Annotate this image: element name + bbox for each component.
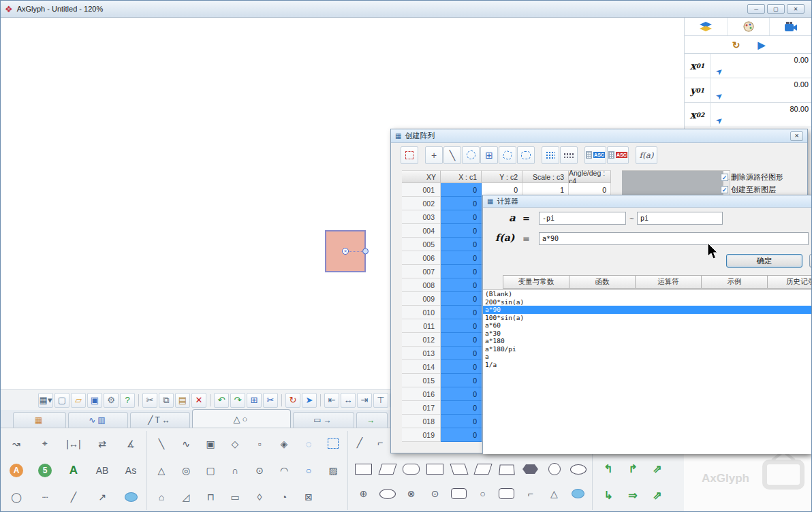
arrow-fat-right[interactable]: ⇒: [621, 482, 645, 509]
delete-source-path-checkbox[interactable]: 删除源路径图形: [721, 171, 783, 183]
small-rect-icon[interactable]: ▫: [247, 430, 272, 457]
tab-lines-text[interactable]: ╱T↔: [130, 412, 190, 428]
style-ab-icon[interactable]: AB: [88, 457, 116, 483]
settings-gear-icon[interactable]: ⚙: [104, 393, 119, 408]
pentagon-icon[interactable]: ⌂: [149, 483, 174, 510]
tab-functions[interactable]: 函数: [569, 275, 636, 289]
property-value[interactable]: 0.00: [794, 56, 809, 64]
dashed-hexagon-path-icon[interactable]: [517, 146, 535, 164]
arrow-curve-ne-2[interactable]: ⇗: [645, 482, 670, 509]
separator[interactable]: [138, 394, 139, 406]
arrow-turn-down-right[interactable]: ↳: [596, 482, 621, 509]
checkbox-box[interactable]: [721, 174, 728, 181]
close-button[interactable]: ✕: [787, 4, 805, 14]
arrow-curve-ne[interactable]: ⇗: [645, 455, 670, 482]
circle-dot-icon[interactable]: ⊙: [247, 457, 272, 483]
bracket-shape-icon[interactable]: ⊓: [198, 483, 223, 510]
tab-arrows[interactable]: →: [356, 412, 388, 428]
grid-select-icon[interactable]: ⊞: [247, 393, 262, 408]
history-list[interactable]: (Blank)200*sin(a)a*90100*sin(a)a*60a*30a…: [483, 289, 812, 454]
line-tool-icon[interactable]: ╱: [59, 483, 88, 510]
tab-variables-constants[interactable]: 变量与常数: [503, 275, 569, 289]
flow-ellipse[interactable]: [566, 457, 590, 481]
history-item[interactable]: a*60: [483, 321, 812, 330]
pin-icon[interactable]: ➤: [714, 65, 725, 77]
delete-icon[interactable]: ✕: [191, 393, 206, 408]
flow-rounded-rect-2[interactable]: [495, 481, 518, 506]
flow-circle-small[interactable]: ○: [471, 481, 495, 506]
freehand-curve-icon[interactable]: ↝: [2, 430, 31, 457]
arrow-tool-icon[interactable]: ↗: [88, 483, 116, 510]
tab-basic-shapes[interactable]: △○: [192, 409, 291, 428]
path-cut-icon[interactable]: ✂: [263, 393, 278, 408]
layers-icon[interactable]: [685, 18, 728, 35]
arc-icon[interactable]: ∩: [223, 457, 247, 483]
flow-hook[interactable]: ⌐: [518, 481, 542, 506]
flow-rect-2[interactable]: [423, 457, 447, 481]
checkbox-box[interactable]: [721, 186, 728, 193]
comment-bubble-2[interactable]: [566, 481, 590, 506]
diamond-icon[interactable]: ◇: [223, 430, 247, 457]
comment-bubble-icon[interactable]: [116, 483, 145, 510]
paste-icon[interactable]: ▤: [175, 393, 190, 408]
tab-flowchart[interactable]: ▭→: [293, 412, 354, 428]
diamond-nodes-icon[interactable]: ◈: [272, 430, 296, 457]
property-value[interactable]: 0.00: [794, 80, 809, 89]
align-center-icon[interactable]: ↔: [341, 393, 356, 408]
align-right-icon[interactable]: ⇥: [357, 393, 372, 408]
separator[interactable]: [281, 394, 282, 406]
pin-icon[interactable]: ➤: [714, 90, 725, 101]
quarter-circle-icon[interactable]: ◔: [272, 483, 296, 510]
add-point-icon[interactable]: +: [425, 146, 443, 164]
flow-parallelogram-2[interactable]: [471, 457, 495, 481]
style-a-green-icon[interactable]: A: [59, 457, 88, 483]
help-icon[interactable]: ?: [120, 393, 135, 408]
marquee-select-icon[interactable]: [401, 146, 418, 164]
pointer-icon[interactable]: ➤: [302, 393, 317, 408]
history-item[interactable]: a*180/pi: [483, 345, 812, 353]
tab-examples[interactable]: 示例: [701, 275, 768, 289]
palette-icon[interactable]: [728, 18, 770, 35]
crossed-rect-icon[interactable]: ⊠: [296, 483, 321, 510]
rotate-icon[interactable]: ↻: [285, 393, 300, 408]
create-new-layer-checkbox[interactable]: 创建至新图层: [721, 183, 783, 195]
align-left-icon[interactable]: ⇤: [324, 393, 339, 408]
maximize-button[interactable]: ▢: [767, 4, 785, 14]
cut-icon[interactable]: ✂: [142, 393, 157, 408]
right-triangle-icon[interactable]: ◿: [174, 483, 198, 510]
save-icon[interactable]: ▣: [87, 393, 102, 408]
triangle-icon[interactable]: △: [149, 457, 174, 483]
history-item[interactable]: 1/a: [483, 361, 812, 369]
separator[interactable]: [320, 394, 321, 406]
range-from-input[interactable]: -pi: [539, 212, 626, 225]
flow-hexagon[interactable]: [518, 457, 542, 481]
flow-rect[interactable]: [352, 457, 375, 481]
arc-segment-icon[interactable]: ◠: [272, 457, 296, 483]
line-path-icon[interactable]: ╲: [443, 146, 461, 164]
dashed-circle-path-icon[interactable]: [462, 146, 480, 164]
tab-charts[interactable]: ∿▥: [68, 412, 128, 428]
pin-icon[interactable]: ➤: [714, 114, 725, 126]
ascii-import-icon[interactable]: ASC: [584, 146, 606, 164]
measure-icon[interactable]: |↔|: [59, 430, 88, 457]
flow-parallelogram-left[interactable]: [447, 457, 471, 481]
rect-node-icon[interactable]: ▣: [198, 430, 223, 457]
selected-square-shape[interactable]: [325, 230, 366, 272]
flow-circle-plus[interactable]: ⊕: [352, 481, 375, 506]
history-item[interactable]: 100*sin(a): [483, 314, 812, 322]
property-value[interactable]: 80.00: [790, 105, 809, 113]
history-item[interactable]: a*90: [483, 306, 812, 314]
empty-cell[interactable]: [321, 483, 345, 510]
movie-icon[interactable]: [770, 18, 812, 35]
shape-center-marker[interactable]: [342, 248, 349, 255]
ellipse-tool-icon[interactable]: ◯: [2, 483, 31, 510]
flow-circle-dot[interactable]: ⊙: [423, 481, 447, 506]
arrow-turn-up-left[interactable]: ↰: [596, 455, 621, 482]
node-move-icon[interactable]: ⌖: [31, 430, 59, 457]
dotted-line-icon[interactable]: ┈: [31, 483, 59, 510]
style-5-green-icon[interactable]: 5: [31, 457, 59, 483]
flow-parallelogram[interactable]: [375, 457, 399, 481]
flow-circle[interactable]: [542, 457, 566, 481]
range-to-input[interactable]: pi: [637, 212, 723, 225]
flow-circle-x[interactable]: ⊗: [399, 481, 423, 506]
